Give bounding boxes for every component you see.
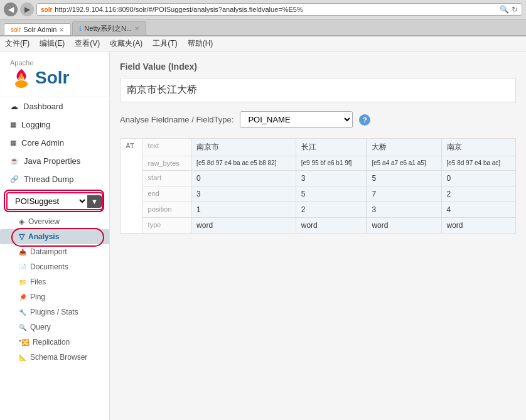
sidebar-item-replication[interactable]: *🔀 Replication — [0, 335, 109, 350]
token-end-2: 7 — [367, 186, 441, 202]
tab-label-netty: Netty系列之N... — [84, 24, 132, 33]
menu-help[interactable]: 帮助(H) — [188, 38, 213, 49]
label-start: start — [142, 171, 191, 186]
sidebar-item-documents[interactable]: 📄 Documents — [0, 259, 109, 274]
dashboard-label: Dashboard — [23, 102, 63, 111]
sidebar-item-files[interactable]: 📁 Files — [0, 274, 109, 289]
logo-solr: Solr — [10, 67, 99, 89]
help-icon[interactable]: ? — [359, 114, 370, 126]
plugins-label: Plugins / Stats — [30, 308, 78, 316]
sidebar-item-query[interactable]: 🔍 Query — [0, 320, 109, 335]
overview-icon: ◈ — [19, 217, 24, 226]
menu-file[interactable]: 文件(F) — [5, 38, 30, 49]
files-label: Files — [30, 277, 46, 286]
dashboard-icon: ☁ — [10, 102, 18, 111]
app-layout: Apache Solr ☁ Dashboard ▦ Logging ▦ Core… — [0, 51, 526, 420]
core-select-dropdown[interactable]: POISuggest — [8, 193, 87, 209]
token-type-2: word — [367, 218, 441, 234]
table-row-text: AT text 南京市 长江 大桥 南京 — [121, 139, 516, 156]
files-icon: 📁 — [19, 279, 26, 286]
dataimport-label: Dataimport — [30, 247, 67, 256]
menu-favorites[interactable]: 收藏夹(A) — [110, 38, 142, 49]
analysis-label: Analysis — [28, 232, 59, 241]
token-end-3: 2 — [441, 186, 515, 202]
core-selector[interactable]: POISuggest ▼ — [6, 192, 103, 210]
sidebar-item-dataimport[interactable]: 📥 Dataimport — [0, 244, 109, 259]
label-type: type — [142, 218, 191, 234]
sidebar-item-analysis[interactable]: ▽ Analysis — [0, 229, 109, 244]
table-row-start: start 0 3 5 0 — [121, 171, 516, 186]
menu-view[interactable]: 查看(V) — [75, 38, 100, 49]
logging-icon: ▦ — [10, 121, 16, 129]
token-start-2: 5 — [367, 171, 441, 186]
tab-solr-admin[interactable]: solr Solr Admin ✕ — [4, 23, 71, 35]
address-bar[interactable]: solr http://192.9.104.116:8090/solr/#/PO… — [36, 3, 522, 16]
query-label: Query — [30, 323, 51, 331]
table-row-end: end 3 5 7 2 — [121, 186, 516, 202]
sidebar-item-ping[interactable]: 🏓 Ping — [0, 289, 109, 304]
replication-label: Replication — [33, 338, 70, 347]
token-bytes-2: [e5 a4 a7 e6 a1 a5] — [367, 156, 441, 171]
core-admin-icon: ▦ — [10, 139, 16, 147]
token-type-0: word — [191, 218, 296, 234]
token-bytes-0: [e5 8d 97 e4 ba ac e5 b8 82] — [191, 156, 296, 171]
favicon: solr — [41, 6, 52, 13]
main-content: Field Value (Index) 南京市长江大桥 Analyse Fiel… — [110, 51, 526, 420]
fieldname-select[interactable]: POI_NAME — [240, 111, 353, 128]
token-text-3: 南京 — [441, 139, 515, 156]
thread-dump-label: Thread Dump — [24, 175, 73, 184]
token-end-0: 3 — [191, 186, 296, 202]
tab-close-netty[interactable]: ✕ — [134, 25, 139, 32]
back-button[interactable]: ◀ — [4, 3, 18, 16]
fieldname-row: Analyse Fieldname / FieldType: POI_NAME … — [120, 111, 516, 128]
refresh-icon[interactable]: ↻ — [512, 5, 518, 14]
logo-apache-text: Apache — [10, 59, 99, 67]
field-value-input[interactable]: 南京市长江大桥 — [120, 78, 516, 102]
core-selector-arrow[interactable]: ▼ — [87, 195, 102, 208]
menu-bar: 文件(F) 编辑(E) 查看(V) 收藏夹(A) 工具(T) 帮助(H) — [0, 36, 526, 51]
menu-edit[interactable]: 编辑(E) — [40, 38, 65, 49]
overview-label: Overview — [28, 217, 60, 226]
sidebar-item-overview[interactable]: ◈ Overview — [0, 214, 109, 229]
analysis-icon: ▽ — [19, 232, 24, 241]
sidebar-item-thread-dump[interactable]: 🔗 Thread Dump — [0, 170, 109, 188]
token-type-1: word — [296, 218, 367, 234]
analysis-table: AT text 南京市 长江 大桥 南京 raw_bytes [e5 8d 97… — [120, 138, 516, 234]
tab-netty[interactable]: ℹ Netty系列之N... ✕ — [72, 21, 146, 35]
at-cell: AT — [121, 139, 143, 234]
browser-chrome: ◀ ▶ solr http://192.9.104.116:8090/solr/… — [0, 0, 526, 19]
forward-button[interactable]: ▶ — [20, 3, 34, 16]
tab-label-solr: Solr Admin — [23, 26, 56, 33]
tab-close-solr[interactable]: ✕ — [59, 26, 64, 33]
token-bytes-3: [e5 8d 97 e4 ba ac] — [441, 156, 515, 171]
fieldname-label: Analyse Fieldname / FieldType: — [120, 115, 233, 124]
query-icon: 🔍 — [19, 324, 26, 331]
token-bytes-1: [e9 95 bf e6 b1 9f] — [296, 156, 367, 171]
sidebar-item-java-props[interactable]: ☕ Java Properties — [0, 152, 109, 170]
search-icon: 🔍 — [500, 5, 509, 14]
dataimport-icon: 📥 — [19, 249, 26, 256]
sidebar-item-dashboard[interactable]: ☁ Dashboard — [0, 97, 109, 116]
token-pos-1: 2 — [296, 202, 367, 218]
solr-flame-icon — [10, 67, 33, 89]
url-text: http://192.9.104.116:8090/solr/#/POISugg… — [55, 6, 497, 13]
token-start-1: 3 — [296, 171, 367, 186]
token-type-3: word — [441, 218, 515, 234]
tab-favicon-solr: solr — [11, 26, 21, 33]
label-end: end — [142, 186, 191, 202]
menu-tools[interactable]: 工具(T) — [153, 38, 177, 49]
field-value-text: 南京市长江大桥 — [127, 84, 197, 95]
sidebar-item-plugins-stats[interactable]: 🔧 Plugins / Stats — [0, 304, 109, 320]
table-row-raw-bytes: raw_bytes [e5 8d 97 e4 ba ac e5 b8 82] [… — [121, 156, 516, 171]
schema-browser-label: Schema Browser — [30, 353, 87, 362]
java-props-label: Java Properties — [24, 156, 80, 166]
token-pos-0: 1 — [191, 202, 296, 218]
sidebar-item-schema-browser[interactable]: 📐 Schema Browser — [0, 350, 109, 365]
label-position: position — [142, 202, 191, 218]
token-text-0: 南京市 — [191, 139, 296, 156]
sidebar-item-core-admin[interactable]: ▦ Core Admin — [0, 134, 109, 152]
java-props-icon: ☕ — [10, 157, 19, 165]
token-start-0: 0 — [191, 171, 296, 186]
token-end-1: 5 — [296, 186, 367, 202]
sidebar-item-logging[interactable]: ▦ Logging — [0, 116, 109, 134]
